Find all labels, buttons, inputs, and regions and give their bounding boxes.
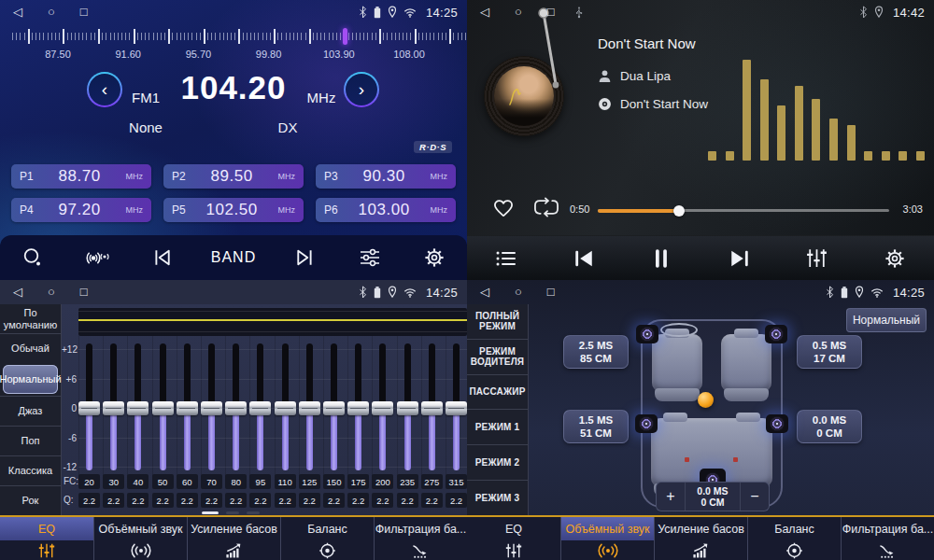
recents-icon[interactable]: □ xyxy=(80,280,88,304)
slider-handle[interactable] xyxy=(323,401,345,415)
slider-handle[interactable] xyxy=(78,401,100,415)
eq-band-slider-7[interactable] xyxy=(225,343,247,474)
frequency-ruler[interactable] xyxy=(6,28,461,45)
slider-handle[interactable] xyxy=(225,401,247,415)
slider-handle[interactable] xyxy=(299,401,320,415)
recents-icon[interactable]: □ xyxy=(80,0,88,24)
eq-band-slider-2[interactable] xyxy=(103,343,124,474)
rear-right-delay-button[interactable]: 0.0 MS 0 CM xyxy=(797,410,862,443)
seek-down-button[interactable]: ‹ xyxy=(87,72,122,107)
preset-P5-button[interactable]: P5 102.50 MHz xyxy=(163,198,304,222)
home-icon[interactable]: ○ xyxy=(515,0,522,24)
equalizer-icon[interactable] xyxy=(801,247,833,269)
listening-mode-item[interactable]: РЕЖИМ 2 xyxy=(467,444,528,480)
eq-preset-item[interactable]: Обычай xyxy=(0,333,61,363)
eq-band-slider-15[interactable] xyxy=(421,343,443,474)
back-icon[interactable]: ◁ xyxy=(480,280,489,304)
eq-band-slider-6[interactable] xyxy=(201,343,222,474)
slider-handle[interactable] xyxy=(103,401,124,415)
broadcast-icon[interactable] xyxy=(81,248,113,268)
slider-handle[interactable] xyxy=(446,401,467,415)
slider-handle[interactable] xyxy=(347,401,369,415)
eq-band-slider-14[interactable] xyxy=(397,343,418,474)
recents-icon[interactable]: □ xyxy=(547,280,555,304)
tab-eq-sliders[interactable]: EQ xyxy=(0,517,93,560)
favorite-heart-icon[interactable] xyxy=(491,197,516,218)
repeat-icon[interactable] xyxy=(532,197,560,217)
subwoofer-plus-button[interactable]: + xyxy=(657,483,685,511)
slider-handle[interactable] xyxy=(372,401,393,415)
preset-P1-button[interactable]: P1 88.70 MHz xyxy=(11,164,151,189)
pause-icon[interactable] xyxy=(645,247,677,270)
eq-band-slider-5[interactable] xyxy=(177,343,198,474)
slider-handle[interactable] xyxy=(275,401,296,415)
progress-thumb[interactable] xyxy=(673,205,685,217)
scan-icon[interactable] xyxy=(17,247,49,268)
eq-preset-item[interactable]: Классика xyxy=(0,455,61,485)
preset-P2-button[interactable]: P2 89.50 MHz xyxy=(163,164,304,189)
settings-gear-icon[interactable] xyxy=(879,248,911,269)
subwoofer-minus-button[interactable]: − xyxy=(741,483,769,511)
tab-filter-curve[interactable]: Фильтрация ба... xyxy=(841,517,934,560)
listener-position-marker[interactable] xyxy=(698,392,714,408)
playlist-icon[interactable] xyxy=(490,249,522,268)
eq-band-slider-16[interactable] xyxy=(446,343,467,474)
tab-bass-boost[interactable]: Усиление басов xyxy=(187,517,280,560)
band-button[interactable]: BAND xyxy=(211,249,256,266)
preset-P3-button[interactable]: P3 90.30 MHz xyxy=(316,164,456,189)
eq-band-slider-12[interactable] xyxy=(347,343,369,474)
slider-handle[interactable] xyxy=(397,401,418,415)
next-track-icon[interactable] xyxy=(724,248,756,269)
listening-mode-item[interactable]: ПОЛНЫЙ РЕЖИМ xyxy=(467,304,528,339)
recents-icon[interactable]: □ xyxy=(547,0,555,24)
eq-band-slider-4[interactable] xyxy=(152,343,174,474)
slider-handle[interactable] xyxy=(127,401,149,415)
tab-balance-target[interactable]: Баланс xyxy=(280,517,374,560)
listening-mode-item[interactable]: ПАССАЖИР xyxy=(467,374,528,410)
back-icon[interactable]: ◁ xyxy=(13,280,22,304)
preset-P4-button[interactable]: P4 97.20 MHz xyxy=(11,198,151,222)
next-station-icon[interactable] xyxy=(290,248,321,267)
back-icon[interactable]: ◁ xyxy=(13,0,22,24)
home-icon[interactable]: ○ xyxy=(48,0,55,24)
profile-button[interactable]: Нормальный xyxy=(846,308,927,332)
front-right-delay-button[interactable]: 0.5 MS 17 CM xyxy=(797,335,862,369)
slider-handle[interactable] xyxy=(421,401,443,415)
eq-preset-item[interactable]: Джаз xyxy=(0,396,61,426)
tab-bass-boost[interactable]: Усиление басов xyxy=(654,517,747,560)
preset-P6-button[interactable]: P6 103.00 MHz xyxy=(316,198,456,222)
settings-gear-icon[interactable] xyxy=(418,247,450,268)
eq-preset-item[interactable]: Нормальный xyxy=(3,365,58,394)
eq-band-slider-8[interactable] xyxy=(249,343,271,474)
slider-handle[interactable] xyxy=(249,401,271,415)
back-icon[interactable]: ◁ xyxy=(480,0,489,24)
home-icon[interactable]: ○ xyxy=(48,280,55,304)
rear-left-delay-button[interactable]: 1.5 MS 51 CM xyxy=(563,410,629,443)
tab-surround-sound[interactable]: Объёмный звук xyxy=(560,517,654,560)
eq-band-slider-1[interactable] xyxy=(78,343,100,474)
eq-preset-item[interactable]: По умолчанию xyxy=(0,304,61,333)
slider-handle[interactable] xyxy=(152,401,174,415)
progress-slider[interactable] xyxy=(598,209,889,212)
listening-mode-item[interactable]: РЕЖИМ 3 xyxy=(467,480,528,515)
tab-surround-sound[interactable]: Объёмный звук xyxy=(93,517,187,560)
eq-band-slider-10[interactable] xyxy=(299,343,320,474)
tab-balance-target[interactable]: Баланс xyxy=(747,517,841,560)
tab-filter-curve[interactable]: Фильтрация ба... xyxy=(374,517,467,560)
home-icon[interactable]: ○ xyxy=(515,280,522,304)
previous-station-icon[interactable] xyxy=(146,248,177,267)
eq-band-slider-13[interactable] xyxy=(372,343,393,474)
front-left-delay-button[interactable]: 2.5 MS 85 CM xyxy=(563,335,629,369)
slider-handle[interactable] xyxy=(177,401,198,415)
tab-eq-sliders[interactable]: EQ xyxy=(467,517,560,560)
eq-preset-item[interactable]: Рок xyxy=(0,485,61,515)
slider-handle[interactable] xyxy=(201,401,222,415)
listening-mode-item[interactable]: РЕЖИМ ВОДИТЕЛЯ xyxy=(467,339,528,374)
eq-preset-item[interactable]: Поп xyxy=(0,426,61,455)
listening-mode-item[interactable]: РЕЖИМ 1 xyxy=(467,409,528,444)
seek-up-button[interactable]: › xyxy=(344,72,379,107)
previous-track-icon[interactable] xyxy=(568,248,600,269)
eq-band-slider-3[interactable] xyxy=(127,343,149,474)
presets-sliders-icon[interactable] xyxy=(354,248,386,267)
eq-band-slider-9[interactable] xyxy=(275,343,296,474)
